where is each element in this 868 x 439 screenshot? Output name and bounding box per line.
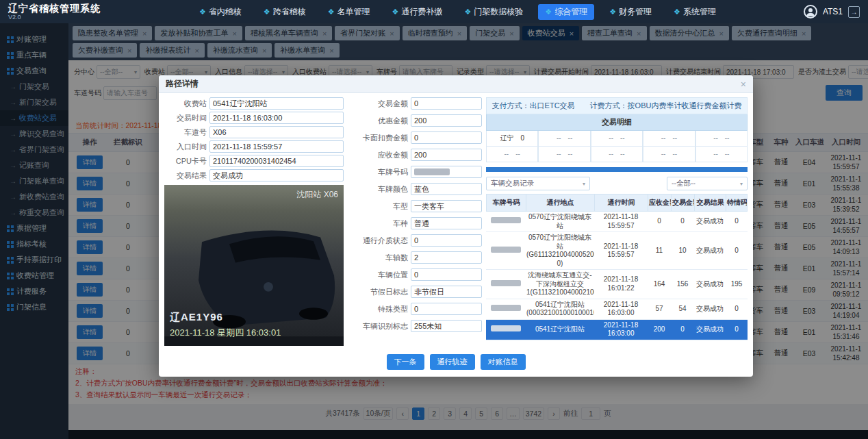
detail-field: 应收金额 200 bbox=[348, 149, 482, 161]
masked-value bbox=[414, 168, 450, 175]
user-avatar-icon[interactable] bbox=[804, 5, 817, 18]
close-icon[interactable]: × bbox=[741, 79, 746, 90]
layers-icon: ❖ bbox=[264, 8, 270, 16]
filter-all-select[interactable]: --全部-- ▾ bbox=[667, 177, 748, 190]
transaction-row[interactable]: 0570辽宁沈阳绕城东站 (G611132100400052001 0) 202… bbox=[486, 232, 748, 270]
detail-field: 通行介质状态 0 bbox=[348, 234, 482, 247]
app-version: V2.0 bbox=[8, 14, 101, 21]
receivable-cell: 200 bbox=[648, 324, 671, 336]
transaction-row[interactable]: 0541辽宁沈阳站(000321001000100010) 2021-11-18… bbox=[486, 299, 748, 320]
layers-icon: ❖ bbox=[609, 8, 616, 16]
location-cell: 0541辽宁沈阳站 bbox=[526, 324, 594, 336]
top-nav-item[interactable]: ❖ 财务管理 bbox=[602, 4, 659, 20]
photo-timestamp-overlay: 2021-11-18 星期四 16:03:01 bbox=[170, 327, 281, 339]
username: ATS1 bbox=[823, 7, 843, 16]
app-title: 辽宁省稽核管理系统 bbox=[8, 3, 101, 14]
modal-footer-button[interactable]: 通行轨迹 bbox=[430, 354, 475, 370]
transaction-row[interactable]: 0541辽宁沈阳站 2021-11-18 16:03:00 200 0 交易成功… bbox=[486, 320, 748, 340]
detail-field: 车牌号码 bbox=[348, 166, 482, 178]
masked-plate bbox=[491, 280, 521, 286]
field-value: X06 bbox=[209, 126, 344, 138]
special-code-cell: 0 bbox=[726, 324, 748, 336]
layers-icon: ❖ bbox=[199, 8, 206, 16]
detail-field: 车型 一类客车 bbox=[348, 200, 482, 212]
field-value: 2 bbox=[411, 251, 482, 264]
receivable-cell: 164 bbox=[648, 279, 671, 290]
result-cell: 交易成功 bbox=[694, 216, 726, 227]
result-cell: 交易成功 bbox=[694, 279, 726, 290]
record-type-select[interactable]: 车辆交易记录 ▾ bbox=[486, 177, 590, 190]
top-nav-label: 综合管理 bbox=[554, 6, 587, 18]
top-nav-label: 财务管理 bbox=[619, 6, 652, 18]
field-value: 2021-11-18 16:03:00 bbox=[209, 112, 344, 124]
result-cell: 交易成功 bbox=[694, 324, 726, 336]
location-cell: 0570辽宁沈阳绕城东站 (G611132100400052001 0) bbox=[526, 232, 594, 269]
field-value: 0 bbox=[411, 234, 482, 247]
logout-icon[interactable]: → bbox=[848, 6, 860, 18]
modal-footer-button[interactable]: 下一条 bbox=[387, 354, 424, 370]
detail-field: 交易金额 0 bbox=[348, 97, 482, 110]
route-progress-bar bbox=[486, 167, 748, 172]
top-nav-item[interactable]: ❖ 省内稽核 bbox=[192, 4, 248, 20]
field-value: 蓝色 bbox=[411, 183, 482, 195]
receivable-cell: 11 bbox=[648, 245, 671, 257]
top-nav-item[interactable]: ❖ 跨省稽核 bbox=[257, 4, 313, 20]
special-code-cell: 0 bbox=[726, 303, 748, 315]
special-code-cell: 0 bbox=[726, 216, 748, 227]
field-label: 卡面扣费金额 bbox=[348, 133, 408, 143]
field-value bbox=[411, 166, 482, 178]
plate-cell bbox=[486, 303, 526, 315]
modal-header: 路径详情 × bbox=[159, 75, 753, 93]
detail-field: 车辆位置 0 bbox=[348, 268, 482, 281]
plate-cell bbox=[486, 245, 526, 257]
field-value: 200 bbox=[411, 114, 482, 127]
time-cell: 2021-11-18 16:01:22 bbox=[594, 274, 648, 294]
time-cell: 2021-11-18 15:59:57 bbox=[594, 241, 648, 261]
top-nav-item[interactable]: ❖ 名单管理 bbox=[321, 4, 377, 20]
plate-cell bbox=[486, 324, 526, 336]
masked-plate bbox=[491, 325, 521, 331]
field-label: 车辆位置 bbox=[348, 270, 408, 280]
field-value: 0541辽宁沈阳站 bbox=[209, 97, 344, 110]
receivable-cell: 57 bbox=[648, 303, 671, 315]
field-label: 优惠金额 bbox=[348, 116, 408, 126]
detail-field: 车轴数 2 bbox=[348, 251, 482, 264]
field-value: 0 bbox=[411, 268, 482, 281]
field-value: 255未知 bbox=[411, 320, 482, 332]
caret-down-icon: ▾ bbox=[740, 181, 743, 187]
field-label: 交易时间 bbox=[164, 113, 207, 123]
plate-cell bbox=[486, 279, 526, 290]
field-value: 非节假日 bbox=[411, 286, 482, 298]
detail-field: CPU卡号 21011740200031402454 bbox=[164, 155, 344, 167]
field-label: 车道号 bbox=[164, 127, 207, 138]
app-root: 辽宁省稽核管理系统 V2.0 ❖ 省内稽核 ❖ 跨省稽核 ❖ 名单管理 bbox=[0, 0, 868, 439]
field-value: 0 bbox=[411, 303, 482, 315]
top-nav-item[interactable]: ❖ 综合管理 bbox=[538, 4, 594, 20]
layers-icon: ❖ bbox=[392, 8, 399, 16]
transaction-row[interactable]: 0570辽宁沈阳绕城东站 2021-11-18 15:59:57 0 0 交易成… bbox=[486, 212, 748, 232]
field-label: 车型 bbox=[348, 201, 408, 212]
time-cell: 2021-11-18 16:03:00 bbox=[594, 299, 648, 319]
result-cell: 交易成功 bbox=[694, 303, 726, 315]
field-value: 一类客车 bbox=[411, 200, 482, 212]
detail-field: 车道号 X06 bbox=[164, 126, 344, 138]
caret-down-icon: ▾ bbox=[583, 181, 585, 187]
top-nav-item[interactable]: ❖ 系统管理 bbox=[667, 4, 723, 20]
photo-station-overlay: 沈阳站 X06 bbox=[296, 189, 338, 201]
field-label: 特殊类型 bbox=[348, 304, 408, 314]
path-detail-modal: 路径详情 × 收费站 0541辽宁沈阳站 交易时间 2021-11- bbox=[159, 75, 753, 377]
field-value: 200 bbox=[411, 149, 482, 161]
field-value: 21011740200031402454 bbox=[209, 155, 344, 167]
amount-cell: 54 bbox=[671, 303, 694, 315]
summary-row: -- -- -- -- -- -- -- -- -- -- bbox=[486, 147, 748, 162]
modal-title: 路径详情 bbox=[166, 78, 199, 90]
top-nav-item[interactable]: ❖ 通行费补缴 bbox=[385, 4, 450, 20]
modal-right-column: 支付方式：出口ETC交易 计费方式：按OBU内费率计收通行费金额计费 交易明细 … bbox=[486, 97, 748, 346]
field-label: 交易结果 bbox=[164, 171, 207, 181]
transactions-table-body: 0570辽宁沈阳绕城东站 2021-11-18 15:59:57 0 0 交易成… bbox=[486, 212, 748, 340]
payment-info-bar: 支付方式：出口ETC交易 计费方式：按OBU内费率计收通行费金额计费 bbox=[486, 97, 748, 114]
top-nav-label: 门架数据核验 bbox=[474, 6, 523, 18]
modal-footer-button[interactable]: 对账信息 bbox=[481, 354, 526, 370]
top-nav-item[interactable]: ❖ 门架数据核验 bbox=[457, 4, 530, 20]
transaction-row[interactable]: 沈海绕城东互通立交-下深沟枢纽立交 1(G111321004000210010)… bbox=[486, 270, 748, 299]
